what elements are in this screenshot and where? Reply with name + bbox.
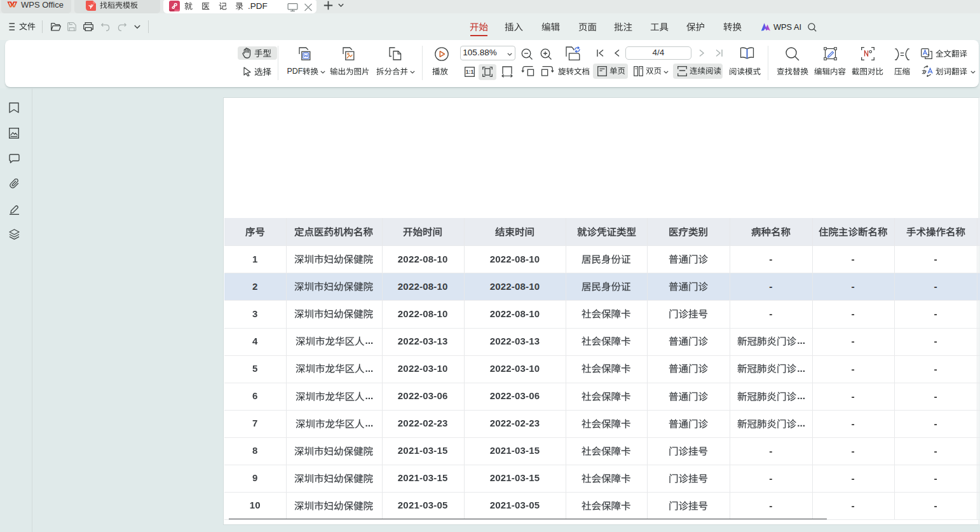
svg-text:1:1: 1:1 xyxy=(466,69,474,75)
